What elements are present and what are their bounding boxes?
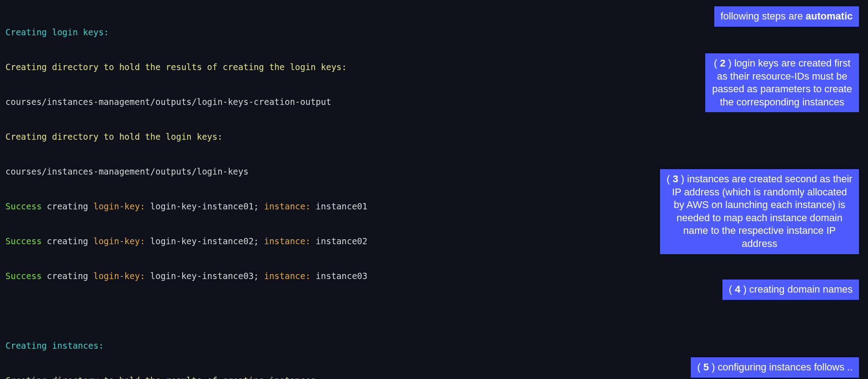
annotation-step-4: ( 4 ) creating domain names xyxy=(722,280,859,300)
annotation-automatic: following steps are automatic xyxy=(714,6,859,27)
section-header-login-keys: Creating login keys: xyxy=(5,27,863,38)
blank-line xyxy=(5,305,863,317)
section-header-instances: Creating instances: xyxy=(5,340,863,352)
annotation-step-2: ( 2 ) login keys are created first as th… xyxy=(705,53,859,112)
annotation-step-3: ( 3 ) instances are created second as th… xyxy=(660,169,859,254)
terminal-line: Creating directory to hold the login key… xyxy=(5,131,863,143)
annotation-step-5: ( 5 ) configuring instances follows .. xyxy=(691,357,859,378)
